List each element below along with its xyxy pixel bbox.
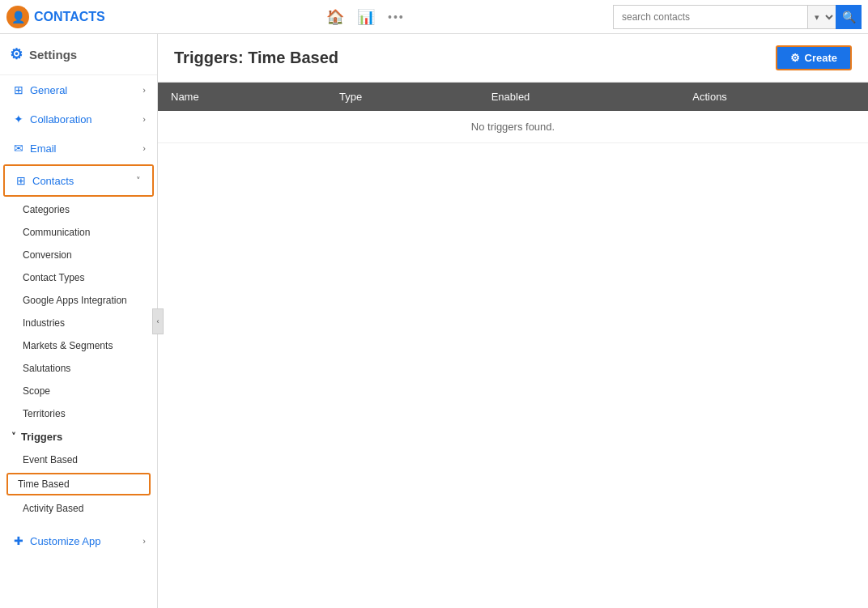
submenu-salutations[interactable]: Salutations [0,357,157,380]
create-button[interactable]: ⚙ Create [776,45,852,70]
table-empty-row: No triggers found. [158,111,868,143]
sidebar-item-general[interactable]: ⊞ General › [0,75,157,104]
settings-label: Settings [29,48,77,62]
app-logo-icon: 👤 [6,6,29,28]
submenu-contact-types[interactable]: Contact Types [0,266,157,289]
sidebar-settings-heading: ⚙ Settings [0,34,157,75]
search-input[interactable] [613,5,807,29]
general-chevron: › [143,85,146,95]
trigger-event-based[interactable]: Event Based [0,449,157,471]
sidebar-item-contacts[interactable]: ⊞ Contacts ˅ [5,166,152,195]
trigger-time-based[interactable]: Time Based [8,474,149,494]
create-icon: ⚙ [790,52,800,64]
contacts-icon: ⊞ [16,174,26,187]
sidebar-item-customize[interactable]: ✚ Customize App › [0,526,157,555]
collaboration-icon: ✦ [14,113,23,125]
topbar: 👤 CONTACTS 🏠 📊 ••• ▾ 🔍 [0,0,868,34]
col-actions: Actions [679,83,868,112]
search-bar: ▾ 🔍 [613,5,862,29]
submenu-markets-segments[interactable]: Markets & Segments [0,334,157,357]
email-icon: ✉ [14,142,23,155]
main-header: Triggers: Time Based ⚙ Create [158,34,868,82]
sidebar: ⚙ Settings ⊞ General › ✦ Collaboration ›… [0,34,158,608]
triggers-table: Name Type Enabled Actions No triggers fo… [158,82,868,143]
submenu-conversion[interactable]: Conversion [0,244,157,266]
email-chevron: › [143,143,146,153]
contacts-chevron: ˅ [136,176,141,186]
triggers-chevron: ˅ [11,432,16,442]
collaboration-label: Collaboration [30,113,92,125]
submenu-google-apps[interactable]: Google Apps Integration [0,289,157,312]
triggers-label: Triggers [21,431,62,443]
submenu-territories[interactable]: Territories [0,402,157,425]
general-icon: ⊞ [14,83,23,96]
sidebar-collapse-button[interactable]: ‹ [152,308,164,334]
collaboration-chevron: › [143,114,146,124]
sidebar-item-email[interactable]: ✉ Email › [0,134,157,163]
empty-message: No triggers found. [158,111,868,143]
customize-icon: ✚ [14,534,23,547]
chart-button[interactable]: 📊 [354,5,378,29]
contacts-submenu: Categories Communication Conversion Cont… [0,198,157,425]
table-header-row: Name Type Enabled Actions [158,83,868,112]
search-dropdown[interactable]: ▾ [807,5,836,29]
contacts-active-wrapper: ⊞ Contacts ˅ [3,164,154,197]
home-button[interactable]: 🏠 [323,5,347,29]
submenu-scope[interactable]: Scope [0,380,157,402]
submenu-communication[interactable]: Communication [0,221,157,244]
main-layout: ⚙ Settings ⊞ General › ✦ Collaboration ›… [0,34,868,608]
create-label: Create [805,52,837,64]
contacts-label: Contacts [32,175,74,187]
topbar-icons: 🏠 📊 ••• [118,5,613,29]
app-logo: 👤 CONTACTS [6,6,105,28]
col-name: Name [158,83,326,112]
submenu-industries[interactable]: Industries [0,312,157,334]
submenu-categories[interactable]: Categories [0,198,157,221]
email-label: Email [30,142,57,155]
general-label: General [30,84,67,96]
main-content: Triggers: Time Based ⚙ Create Name Type … [158,34,868,608]
customize-chevron: › [143,536,146,546]
triggers-header[interactable]: ˅ Triggers [0,425,157,449]
more-button[interactable]: ••• [385,7,408,27]
col-type: Type [326,83,479,112]
trigger-activity-based[interactable]: Activity Based [0,497,157,520]
settings-icon: ⚙ [10,45,23,63]
sidebar-item-collaboration[interactable]: ✦ Collaboration › [0,104,157,134]
app-title: CONTACTS [34,10,105,24]
search-button[interactable]: 🔍 [836,5,862,29]
customize-label: Customize App [30,535,100,547]
page-title: Triggers: Time Based [174,49,338,67]
trigger-time-based-wrapper: Time Based [6,473,151,495]
col-enabled: Enabled [479,83,680,112]
